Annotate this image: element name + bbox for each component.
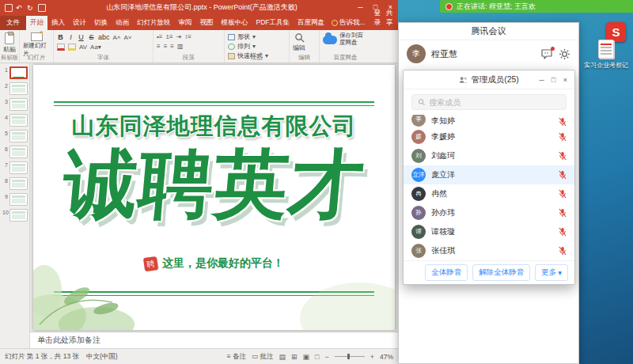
mic-muted-icon[interactable] [559, 208, 567, 218]
member-row[interactable]: 张 张佳琪 [404, 241, 574, 260]
tab-transitions[interactable]: 切换 [90, 16, 112, 30]
chat-button[interactable] [540, 48, 553, 59]
align-center-icon[interactable]: ≡ [164, 43, 168, 50]
mic-muted-icon[interactable] [559, 170, 567, 180]
minimize-icon[interactable]: ─ [353, 0, 368, 15]
thumbnail-slide-10[interactable]: 10 [0, 207, 29, 223]
font-color-icon[interactable] [57, 44, 65, 51]
notes-toggle-button[interactable]: ≡ 备注 [227, 352, 246, 362]
grow-font-icon[interactable]: A˄ [113, 34, 121, 41]
shrink-font-icon[interactable]: A˅ [124, 34, 132, 41]
member-search-input[interactable] [429, 98, 560, 107]
more-button[interactable]: 更多 ▾ [535, 264, 568, 281]
arrange-button[interactable]: 排列 ▾ [228, 42, 268, 51]
redo-icon[interactable]: ↻ [27, 4, 35, 12]
paste-button[interactable]: 粘贴 [3, 32, 16, 54]
bold-button[interactable]: B [57, 33, 64, 41]
bullets-icon[interactable]: •≡ [157, 33, 162, 40]
strikethrough-button[interactable]: S [88, 33, 95, 41]
indent-icon[interactable]: ⇥ [176, 33, 182, 40]
tab-insert[interactable]: 插入 [47, 16, 69, 30]
notes-pane[interactable]: 单击此处添加备注 [30, 332, 398, 348]
change-case-icon[interactable]: Aa▾ [90, 44, 101, 51]
tell-me-box[interactable]: 告诉我... [328, 16, 369, 30]
italic-button[interactable]: I [67, 33, 74, 41]
mic-muted-icon[interactable] [559, 189, 567, 199]
desktop-icon-document[interactable]: 实习企业考察记 [581, 40, 631, 70]
character-spacing-icon[interactable]: AV [79, 44, 87, 51]
align-left-icon[interactable]: ≡ [157, 43, 161, 50]
tab-template-center[interactable]: 模板中心 [218, 16, 252, 30]
member-list[interactable]: 李 李知婷 媛 李媛婷 刘 刘鑫珂 [404, 115, 574, 260]
zoom-percent[interactable]: 47% [380, 353, 393, 361]
tab-design[interactable]: 设计 [69, 16, 90, 30]
highlight-color-icon[interactable] [68, 44, 76, 51]
thumbnail-slide-9[interactable]: 9 [0, 191, 29, 207]
save-icon[interactable] [5, 4, 13, 12]
shadow-button[interactable]: abc [98, 33, 110, 41]
mic-muted-icon[interactable] [559, 117, 567, 127]
close-icon[interactable]: × [559, 70, 571, 89]
zoom-knob[interactable] [347, 354, 350, 359]
minimize-icon[interactable]: ─ [536, 70, 548, 89]
member-row[interactable]: 冉 冉然 [404, 184, 574, 203]
line-spacing-icon[interactable]: ↕≡ [184, 33, 191, 40]
align-right-icon[interactable]: ≡ [170, 43, 174, 50]
speaking-notification-bar[interactable]: 正在讲话: 程亚慧; 王言欢 [440, 0, 633, 13]
language-indicator[interactable]: 中文(中国) [86, 352, 118, 362]
columns-icon[interactable]: ▥ [177, 43, 184, 50]
member-search-box[interactable] [411, 94, 567, 110]
member-row[interactable]: 媛 李媛婷 [404, 127, 574, 146]
shapes-button[interactable]: 形状 ▾ [228, 32, 268, 41]
thumbnail-slide-2[interactable]: 2 [0, 81, 29, 97]
thumbnail-slide-5[interactable]: 5 [0, 128, 29, 144]
thumbnail-slide-7[interactable]: 7 [0, 160, 29, 176]
zoom-in-icon[interactable]: + [370, 353, 374, 361]
undo-icon[interactable]: ↶ [16, 4, 24, 12]
settings-button[interactable] [559, 48, 570, 60]
underline-button[interactable]: U [78, 33, 85, 41]
slide-headline[interactable]: 诚聘英才 [33, 146, 395, 224]
mic-muted-icon[interactable] [559, 151, 567, 161]
thumbnail-slide-6[interactable]: 6 [0, 144, 29, 160]
mic-muted-icon[interactable] [559, 246, 567, 256]
slide-sorter-icon[interactable]: ⊞ [291, 353, 298, 361]
normal-view-icon[interactable]: ▤ [279, 353, 286, 361]
tab-review[interactable]: 审阅 [175, 16, 196, 30]
thumbnail-slide-3[interactable]: 3 [0, 97, 29, 112]
reading-view-icon[interactable]: ▣ [303, 353, 310, 361]
tab-animations[interactable]: 动画 [112, 16, 133, 30]
slide-company-title[interactable]: 山东同泽地理信息有限公司 [33, 111, 395, 142]
editing-button[interactable]: 编辑 [293, 32, 305, 52]
comments-toggle-button[interactable]: ▭ 批注 [252, 352, 273, 362]
member-row[interactable]: 谭 谭筱璇 [404, 222, 574, 241]
mute-all-button[interactable]: 全体静音 [425, 264, 468, 281]
slideshow-view-icon[interactable]: □ [315, 353, 319, 361]
thumbnail-slide-4[interactable]: 4 [0, 112, 29, 128]
share-button[interactable]: 共享 [386, 9, 393, 28]
mic-muted-icon[interactable] [559, 227, 567, 237]
tab-baidu-netdisk[interactable]: 百度网盘 [294, 16, 328, 30]
sign-in-button[interactable]: 登录 [374, 9, 381, 28]
thumbnail-slide-8[interactable]: 8 [0, 176, 29, 191]
slide-thumbnail-panel[interactable]: 1 2 3 4 5 6 7 [0, 63, 30, 348]
numbering-icon[interactable]: 1≡ [165, 33, 172, 40]
member-row[interactable]: 孙 孙亦玮 [404, 203, 574, 222]
thumbnail-slide-1[interactable]: 1 [0, 65, 29, 81]
baidu-save-button[interactable]: 保存到百度网盘 [323, 32, 368, 46]
tab-view[interactable]: 视图 [196, 16, 218, 30]
member-row[interactable]: 刘 刘鑫珂 [404, 146, 574, 165]
tab-home[interactable]: 开始 [26, 16, 47, 30]
unmute-all-button[interactable]: 解除全体静音 [472, 264, 530, 281]
slide-1[interactable]: 山东同泽地理信息有限公司 诚聘英才 聘 这里，是你最好的平台！ [33, 65, 395, 330]
slideshow-icon[interactable] [38, 4, 46, 12]
member-row[interactable]: 李 李知婷 [404, 115, 574, 127]
mic-muted-icon[interactable] [559, 132, 567, 142]
maximize-icon[interactable]: □ [548, 70, 559, 89]
zoom-out-icon[interactable]: − [324, 353, 328, 361]
slide-canvas[interactable]: 山东同泽地理信息有限公司 诚聘英才 聘 这里，是你最好的平台！ [30, 63, 398, 332]
tab-slideshow[interactable]: 幻灯片放映 [133, 16, 175, 30]
member-row-selected[interactable]: 立洋 庞立洋 [404, 165, 574, 184]
tab-file[interactable]: 文件 [0, 16, 26, 30]
zoom-slider[interactable] [335, 356, 365, 357]
